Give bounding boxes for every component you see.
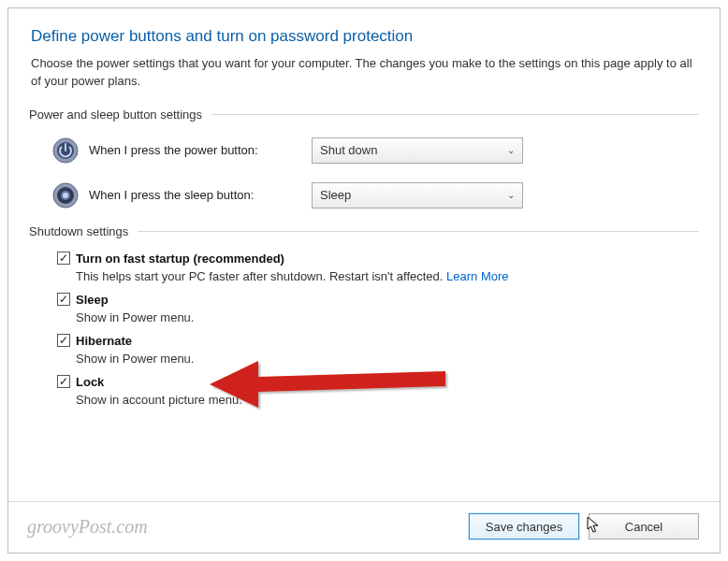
checkbox-desc: Show in account picture menu. — [76, 393, 699, 407]
select-value: Sleep — [320, 188, 351, 202]
sleep-icon — [50, 180, 81, 211]
section-label: Power and sleep button settings — [29, 108, 202, 122]
chevron-down-icon: ⌄ — [507, 190, 515, 200]
power-button-label: When I press the power button: — [89, 143, 312, 157]
watermark: groovyPost.com — [27, 516, 148, 538]
page-title: Define power buttons and turn on passwor… — [31, 27, 699, 46]
fast-startup-option: ✓ Turn on fast startup (recommended) Thi… — [57, 252, 699, 283]
checkbox-desc: This helps start your PC faster after sh… — [76, 269, 699, 283]
divider — [8, 501, 720, 502]
sleep-button-select[interactable]: Sleep ⌄ — [312, 182, 523, 209]
divider — [138, 231, 699, 232]
checkbox-title: Turn on fast startup (recommended) — [76, 252, 284, 266]
sleep-option: ✓ Sleep Show in Power menu. — [57, 293, 699, 324]
hibernate-option: ✓ Hibernate Show in Power menu. — [57, 334, 699, 366]
lock-option: ✓ Lock Show in account picture menu. — [57, 375, 699, 407]
section-shutdown-header: Shutdown settings — [29, 224, 699, 238]
hibernate-checkbox[interactable]: ✓ — [57, 334, 70, 347]
svg-point-5 — [63, 193, 68, 198]
lock-checkbox[interactable]: ✓ — [57, 375, 70, 388]
sleep-button-label: When I press the sleep button: — [89, 188, 312, 202]
power-button-select[interactable]: Shut down ⌄ — [312, 137, 523, 164]
section-label: Shutdown settings — [29, 224, 128, 238]
checkbox-desc: Show in Power menu. — [76, 310, 699, 324]
fast-startup-checkbox[interactable]: ✓ — [57, 252, 70, 265]
checkbox-title: Sleep — [76, 293, 109, 307]
cancel-button[interactable]: Cancel — [589, 513, 699, 539]
button-bar: Save changes Cancel — [469, 513, 699, 539]
section-power-sleep-header: Power and sleep button settings — [29, 108, 699, 122]
power-button-row: When I press the power button: Shut down… — [50, 135, 699, 166]
checkbox-title: Lock — [76, 375, 104, 389]
power-icon — [50, 135, 81, 166]
save-changes-button[interactable]: Save changes — [469, 513, 579, 539]
divider — [211, 114, 699, 115]
checkbox-title: Hibernate — [76, 334, 132, 348]
page-description: Choose the power settings that you want … — [31, 55, 699, 91]
sleep-button-row: When I press the sleep button: Sleep ⌄ — [50, 180, 699, 211]
sleep-checkbox[interactable]: ✓ — [57, 293, 70, 306]
learn-more-link[interactable]: Learn More — [446, 269, 508, 283]
select-value: Shut down — [320, 143, 377, 157]
settings-panel: Define power buttons and turn on passwor… — [7, 7, 721, 554]
checkbox-desc: Show in Power menu. — [76, 352, 699, 366]
chevron-down-icon: ⌄ — [507, 145, 515, 155]
